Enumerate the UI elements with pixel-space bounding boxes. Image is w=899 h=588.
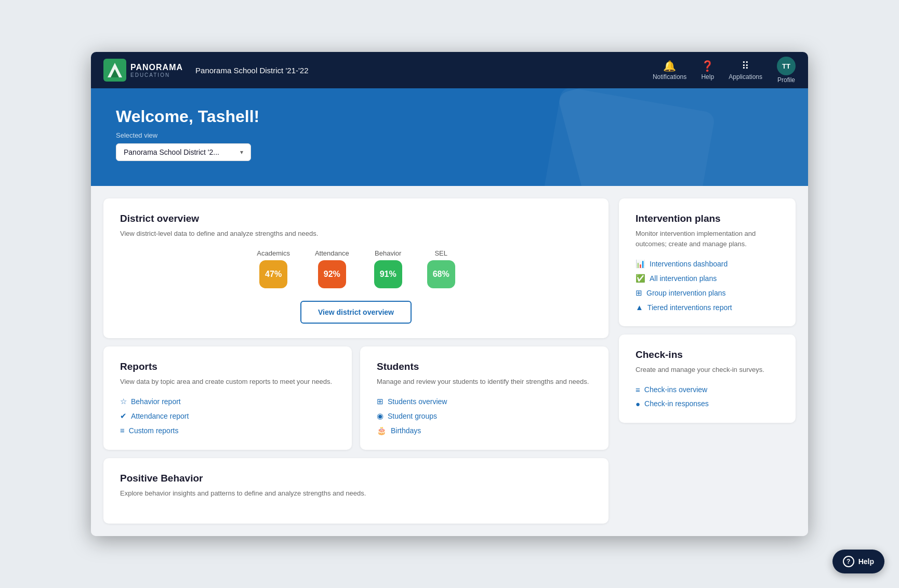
dot-icon: ● xyxy=(636,399,640,408)
profile-avatar: TT xyxy=(777,57,796,75)
right-column: Intervention plans Monitor intervention … xyxy=(619,198,796,524)
checkin-responses-link[interactable]: ● Check-in responses xyxy=(636,399,779,408)
student-groups-label: Student groups xyxy=(388,412,437,420)
applications-label: Applications xyxy=(729,73,762,81)
help-fab-button[interactable]: ? Help xyxy=(832,550,884,573)
district-overview-desc: View district-level data to define and a… xyxy=(120,229,592,239)
app-window: PANORAMA EDUCATION Panorama School Distr… xyxy=(91,52,808,536)
students-card: Students Manage and review your students… xyxy=(360,346,609,450)
chevron-down-icon: ▾ xyxy=(240,149,243,156)
attendance-report-link[interactable]: ✔ Attendance report xyxy=(120,411,335,421)
tiered-interventions-report-link[interactable]: ▲ Tiered interventions report xyxy=(636,303,779,312)
checkins-link-list: ≡ Check-ins overview ● Check-in response… xyxy=(636,385,779,408)
nav-applications[interactable]: ⠿ Applications xyxy=(729,60,762,81)
students-desc: Manage and review your students to ident… xyxy=(377,377,592,387)
check-icon: ✔ xyxy=(120,411,127,421)
checkin-responses-label: Check-in responses xyxy=(644,399,709,408)
students-overview-link[interactable]: ⊞ Students overview xyxy=(377,397,592,406)
score-attendance: Attendance 92% xyxy=(315,249,349,288)
intervention-plans-desc: Monitor intervention implementation and … xyxy=(636,229,779,249)
all-intervention-plans-link[interactable]: ✅ All intervention plans xyxy=(636,274,779,283)
students-title: Students xyxy=(377,361,592,372)
help-fab-icon: ? xyxy=(843,556,854,567)
interventions-dashboard-label: Interventions dashboard xyxy=(650,260,728,268)
reports-students-grid: Reports View data by topic area and crea… xyxy=(103,346,609,450)
reports-link-list: ☆ Behavior report ✔ Attendance report ≡ … xyxy=(120,397,335,435)
panorama-logo-icon xyxy=(103,59,126,82)
checkins-card: Check-ins Create and manage your check-i… xyxy=(619,335,796,423)
notifications-label: Notifications xyxy=(653,73,686,81)
logo-text: PANORAMA EDUCATION xyxy=(130,63,183,78)
students-overview-label: Students overview xyxy=(388,397,447,406)
logo[interactable]: PANORAMA EDUCATION xyxy=(103,59,183,82)
attendance-report-label: Attendance report xyxy=(131,412,189,420)
checkins-desc: Create and manage your check-in surveys. xyxy=(636,365,779,375)
positive-behavior-title: Positive Behavior xyxy=(120,473,592,484)
score-behavior: Behavior 91% xyxy=(374,249,402,288)
hero-banner: Welcome, Tashell! Selected view Panorama… xyxy=(91,88,808,186)
scores-row: Academics 47% Attendance 92% Behavior 91… xyxy=(120,249,592,288)
check-circle-icon: ✅ xyxy=(636,274,645,283)
profile-label: Profile xyxy=(777,76,795,84)
positive-behavior-desc: Explore behavior insights and patterns t… xyxy=(120,488,592,499)
checkins-title: Check-ins xyxy=(636,349,779,360)
students-link-list: ⊞ Students overview ◉ Student groups 🎂 B… xyxy=(377,397,592,435)
help-icon: ❓ xyxy=(701,60,714,72)
behavior-label: Behavior xyxy=(375,249,401,257)
interventions-dashboard-link[interactable]: 📊 Interventions dashboard xyxy=(636,259,779,269)
intervention-plans-title: Intervention plans xyxy=(636,213,779,224)
bar-chart-icon: 📊 xyxy=(636,259,645,269)
birthdays-link[interactable]: 🎂 Birthdays xyxy=(377,426,592,435)
nav-profile[interactable]: TT Profile xyxy=(777,57,796,84)
score-sel: SEL 68% xyxy=(427,249,455,288)
group-intervention-plans-link[interactable]: ⊞ Group intervention plans xyxy=(636,288,779,298)
grid-icon: ⠿ xyxy=(742,60,749,72)
birthdays-label: Birthdays xyxy=(391,426,421,435)
left-column: District overview View district-level da… xyxy=(103,198,609,524)
district-overview-card: District overview View district-level da… xyxy=(103,198,609,338)
logo-panorama: PANORAMA xyxy=(130,63,183,72)
reports-card: Reports View data by topic area and crea… xyxy=(103,346,352,450)
welcome-title: Welcome, Tashell! xyxy=(116,107,783,126)
tiered-interventions-label: Tiered interventions report xyxy=(647,303,732,312)
positive-behavior-card: Positive Behavior Explore behavior insig… xyxy=(103,458,609,524)
group-grid-icon: ⊞ xyxy=(636,288,642,298)
custom-reports-link[interactable]: ≡ Custom reports xyxy=(120,426,335,435)
attendance-badge: 92% xyxy=(318,260,346,288)
checkins-overview-link[interactable]: ≡ Check-ins overview xyxy=(636,385,779,394)
triangle-icon: ▲ xyxy=(636,303,643,312)
selected-view-value: Panorama School District '2... xyxy=(124,148,219,156)
behavior-report-label: Behavior report xyxy=(131,397,181,406)
main-content: District overview View district-level da… xyxy=(91,186,808,536)
circle-icon: ◉ xyxy=(377,411,384,421)
nav-district-name: Panorama School District '21-'22 xyxy=(195,66,309,75)
sel-badge: 68% xyxy=(427,260,455,288)
reports-title: Reports xyxy=(120,361,335,372)
checkins-overview-label: Check-ins overview xyxy=(644,385,707,394)
behavior-badge: 91% xyxy=(374,260,402,288)
student-groups-link[interactable]: ◉ Student groups xyxy=(377,411,592,421)
nav-help[interactable]: ❓ Help xyxy=(701,60,714,81)
cake-icon: 🎂 xyxy=(377,426,387,435)
attendance-label: Attendance xyxy=(315,249,349,257)
selected-view-dropdown[interactable]: Panorama School District '2... ▾ xyxy=(116,143,251,161)
help-fab-label: Help xyxy=(858,557,874,566)
intervention-plans-card: Intervention plans Monitor intervention … xyxy=(619,198,796,326)
navbar-right: 🔔 Notifications ❓ Help ⠿ Applications TT… xyxy=(653,57,796,84)
checkins-list-icon: ≡ xyxy=(636,385,640,394)
star-icon: ☆ xyxy=(120,397,127,406)
group-intervention-plans-label: Group intervention plans xyxy=(646,289,726,297)
academics-label: Academics xyxy=(257,249,290,257)
logo-education: EDUCATION xyxy=(130,72,183,78)
help-label: Help xyxy=(701,73,714,81)
view-district-button[interactable]: View district overview xyxy=(300,301,412,324)
custom-reports-label: Custom reports xyxy=(129,426,179,435)
behavior-report-link[interactable]: ☆ Behavior report xyxy=(120,397,335,406)
nav-notifications[interactable]: 🔔 Notifications xyxy=(653,60,686,81)
navbar-left: PANORAMA EDUCATION Panorama School Distr… xyxy=(103,59,309,82)
sel-label: SEL xyxy=(434,249,447,257)
navbar: PANORAMA EDUCATION Panorama School Distr… xyxy=(91,52,808,88)
bell-icon: 🔔 xyxy=(663,60,676,72)
selected-view-label: Selected view xyxy=(116,131,783,139)
reports-desc: View data by topic area and create custo… xyxy=(120,377,335,387)
